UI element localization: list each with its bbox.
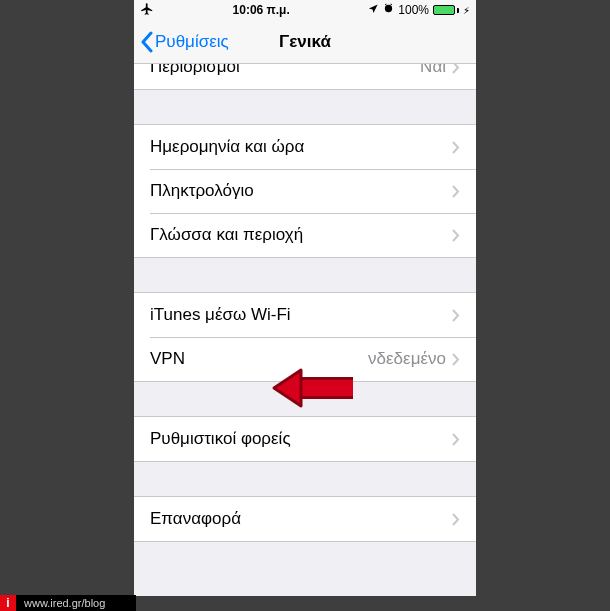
row-value: νδεδεμένο xyxy=(368,349,446,369)
row-value: Ναι xyxy=(420,64,446,77)
row-label: Ημερομηνία και ώρα xyxy=(150,137,452,157)
source-footer: i www.ired.gr/blog xyxy=(0,595,136,611)
row-reset[interactable]: Επαναφορά xyxy=(134,497,476,541)
source-badge: i xyxy=(0,595,16,611)
row-label: Επαναφορά xyxy=(150,509,452,529)
settings-list[interactable]: Περιορισμοί Ναι Ημερομηνία και ώρα Πληκτ… xyxy=(134,64,476,576)
row-date-time[interactable]: Ημερομηνία και ώρα xyxy=(134,125,476,169)
battery-icon xyxy=(433,5,459,15)
row-vpn[interactable]: VPN νδεδεμένο xyxy=(134,337,476,381)
row-keyboard[interactable]: Πληκτρολόγιο xyxy=(134,169,476,213)
settings-group: iTunes μέσω Wi-Fi VPN νδεδεμένο xyxy=(134,292,476,382)
row-language-region[interactable]: Γλώσσα και περιοχή xyxy=(134,213,476,257)
settings-group: Επαναφορά xyxy=(134,496,476,542)
settings-group: Ημερομηνία και ώρα Πληκτρολόγιο Γλώσσα κ… xyxy=(134,124,476,258)
row-label: Περιορισμοί xyxy=(150,64,420,77)
chevron-right-icon xyxy=(452,64,460,74)
alarm-icon xyxy=(383,3,394,17)
status-bar: 10:06 π.μ. 100% ⚡︎ xyxy=(134,0,476,20)
chevron-right-icon xyxy=(452,141,460,154)
phone-screen: 10:06 π.μ. 100% ⚡︎ Ρυθμίσεις Γενικά xyxy=(134,0,476,596)
source-url: www.ired.gr/blog xyxy=(16,595,136,611)
settings-group: Περιορισμοί Ναι xyxy=(134,64,476,90)
row-itunes-wifi[interactable]: iTunes μέσω Wi-Fi xyxy=(134,293,476,337)
chevron-right-icon xyxy=(452,309,460,322)
chevron-right-icon xyxy=(452,185,460,198)
chevron-right-icon xyxy=(452,353,460,366)
row-restrictions[interactable]: Περιορισμοί Ναι xyxy=(134,64,476,89)
chevron-left-icon xyxy=(140,31,153,53)
nav-bar: Ρυθμίσεις Γενικά xyxy=(134,20,476,64)
back-button[interactable]: Ρυθμίσεις xyxy=(134,31,229,53)
row-label: iTunes μέσω Wi-Fi xyxy=(150,305,452,325)
battery-percent: 100% xyxy=(398,3,429,17)
row-label: Γλώσσα και περιοχή xyxy=(150,225,452,245)
location-icon xyxy=(368,3,379,17)
row-regulatory[interactable]: Ρυθμιστικοί φορείς xyxy=(134,417,476,461)
back-label: Ρυθμίσεις xyxy=(155,32,229,52)
charging-icon: ⚡︎ xyxy=(463,5,470,16)
chevron-right-icon xyxy=(452,513,460,526)
airplane-mode-icon xyxy=(140,2,154,19)
row-label: Ρυθμιστικοί φορείς xyxy=(150,429,452,449)
chevron-right-icon xyxy=(452,433,460,446)
chevron-right-icon xyxy=(452,229,460,242)
status-time: 10:06 π.μ. xyxy=(233,3,290,17)
settings-group: Ρυθμιστικοί φορείς xyxy=(134,416,476,462)
row-label: VPN xyxy=(150,349,368,369)
row-label: Πληκτρολόγιο xyxy=(150,181,452,201)
